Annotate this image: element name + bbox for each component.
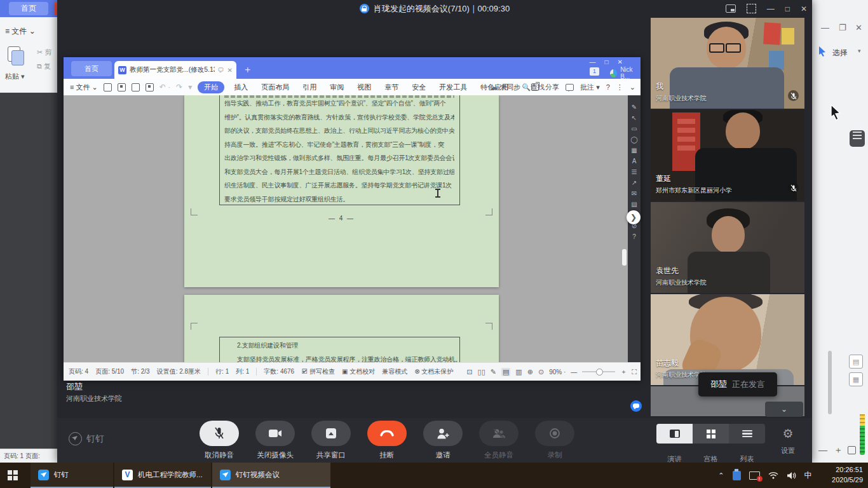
share-window-button[interactable]: 共享窗口 [303, 421, 359, 460]
volume-icon[interactable] [787, 471, 796, 480]
web-view-icon[interactable]: ⊕ [527, 368, 533, 376]
view-list-button[interactable] [729, 424, 765, 444]
close-icon[interactable]: ✕ [801, 4, 807, 13]
comment-button[interactable]: 批注 ▾ [580, 83, 600, 92]
hangup-button[interactable]: 挂断 [359, 421, 415, 460]
chat-button[interactable] [630, 400, 642, 412]
fit-page-icon[interactable] [848, 446, 856, 454]
zoom-in-icon[interactable]: ＋ [834, 445, 843, 456]
maximize-icon[interactable]: □ [785, 4, 790, 13]
collapse-panel-button[interactable]: ❯ [627, 210, 641, 224]
tab-comment-icon[interactable]: 🗩 [218, 67, 224, 74]
more-icon[interactable]: ⋮ [616, 83, 623, 92]
fit-page-icon[interactable]: ⛶ [632, 368, 637, 376]
undo-icon[interactable]: ↶ · [159, 83, 170, 92]
taskbar-app-chat-window[interactable]: V 机电工程学院教师... [114, 463, 211, 488]
sync-status-button[interactable]: ☁ 未同步 · [490, 83, 525, 92]
zoom-slider-knob[interactable] [596, 369, 603, 376]
message-count-badge[interactable]: 1 [590, 67, 599, 76]
eye-protect-icon[interactable]: ⊙ [538, 368, 544, 376]
file-menu[interactable]: ≡ 文件 ⌄ [70, 83, 98, 92]
ribbon-tab-references[interactable]: 引用 [299, 81, 320, 93]
list-tool-icon[interactable]: ☰ [632, 169, 637, 175]
minimize-icon[interactable]: — [590, 58, 596, 65]
cut-button[interactable]: ✂ 剪 [37, 48, 51, 57]
collapse-ribbon-icon[interactable]: ⌄ [630, 83, 635, 92]
page-view-icon[interactable]: ▤ [501, 368, 510, 376]
pages-tool-icon[interactable]: ▤ [631, 201, 637, 208]
ribbon-tab-page-layout[interactable]: 页面布局 [257, 81, 293, 93]
taskbar-app-dingtalk[interactable]: 钉钉 [31, 463, 113, 488]
ribbon-tab-view[interactable]: 视图 [353, 81, 375, 93]
minimize-icon[interactable]: — [767, 4, 775, 13]
arrow-tool-icon[interactable]: ↗ [632, 180, 637, 186]
settings-button[interactable]: ⚙ 设置 [775, 424, 801, 456]
ink-view-icon[interactable]: ✎ [491, 368, 496, 376]
pen-tool-icon[interactable]: ✎ [632, 104, 637, 111]
maximize-icon[interactable]: □ [605, 58, 609, 65]
invite-button[interactable]: 邀请 [415, 421, 471, 460]
unmute-button[interactable]: 取消静音 [191, 421, 247, 460]
ribbon-tab-section[interactable]: 章节 [381, 81, 402, 93]
redo-icon[interactable]: ↷ [176, 83, 182, 92]
two-page-view-icon[interactable]: ▯▯ [478, 368, 485, 376]
zoom-out-icon[interactable]: — [818, 445, 827, 455]
panel-icon-document[interactable]: ▤ [849, 355, 863, 369]
participant-tile[interactable]: 袁世先 河南职业技术学院 [651, 202, 804, 293]
minimize-icon[interactable]: — [821, 23, 829, 32]
scroll-participants-button[interactable]: ⌄ [765, 402, 803, 417]
text-tool-icon[interactable]: A [632, 158, 637, 165]
tray-expand-icon[interactable]: ⌃ [718, 471, 724, 480]
ribbon-tab-home[interactable]: 开始 [198, 81, 224, 93]
outline-view-icon[interactable]: ▥ [515, 368, 522, 376]
grid-tool-icon[interactable]: ▦ [631, 147, 637, 154]
ribbon-tab-security[interactable]: 安全 [408, 81, 430, 93]
spellcheck-button[interactable]: 🗹 拼写检查 [301, 367, 335, 376]
display-alert-icon[interactable]: ! [749, 471, 760, 480]
ribbon-tab-devtools[interactable]: 开发工具 [435, 81, 471, 93]
view-speaker-button[interactable] [656, 424, 693, 444]
ime-indicator[interactable]: 中 [804, 470, 813, 481]
camera-off-button[interactable]: 关闭摄像头 [247, 421, 303, 460]
wifi-icon[interactable] [768, 471, 778, 479]
paste-button[interactable]: 粘贴 ▾ [5, 72, 25, 81]
record-button[interactable]: 录制 [527, 421, 583, 460]
export-icon[interactable] [118, 83, 126, 92]
save-icon[interactable] [104, 83, 112, 92]
file-menu[interactable]: ≡ 文件 ⌄ [5, 26, 36, 37]
participant-tile[interactable]: 董延 郑州市郑东新区昆丽河小学 [651, 110, 804, 201]
taskbar-app-video-meeting[interactable]: 钉钉视频会议 [212, 463, 330, 488]
print-icon[interactable] [132, 83, 140, 92]
zoom-value[interactable]: 90% · [549, 369, 566, 376]
ribbon-tab-review[interactable]: 审阅 [326, 81, 348, 93]
tab-close-icon[interactable]: ✕ [227, 67, 233, 74]
wps-home-tab[interactable]: 首页 [71, 61, 112, 76]
close-icon[interactable]: ✕ [855, 23, 862, 32]
paste-icon[interactable] [8, 46, 24, 65]
picture-in-picture-icon[interactable] [726, 4, 736, 13]
ribbon-tab-insert[interactable]: 插入 [230, 81, 252, 93]
help-tool-icon[interactable]: ? [632, 234, 636, 240]
help-icon[interactable]: ? [606, 83, 610, 91]
panel-icon-grid[interactable]: ▦ [849, 372, 863, 386]
rect-tool-icon[interactable]: ▭ [631, 126, 637, 132]
proofread-button[interactable]: ▣ 文档校对 [342, 367, 375, 376]
print-preview-icon[interactable] [146, 83, 154, 92]
new-tab-button[interactable]: ＋ [243, 64, 252, 76]
mute-all-button[interactable]: 全员静音 [471, 421, 527, 460]
share-button[interactable]: 分享 [545, 83, 559, 92]
protection-status[interactable]: ⊗ 文档未保护 [414, 367, 453, 376]
wps-account[interactable]: Nick B... [610, 66, 641, 80]
participant-tile-self[interactable]: 我 河南职业技术学院 [651, 18, 804, 109]
view-grid-button[interactable] [693, 424, 729, 444]
ellipse-tool-icon[interactable]: ◯ [630, 137, 637, 143]
mail-tool-icon[interactable]: ✉ [632, 191, 637, 197]
zoom-in-icon[interactable]: ＋ [620, 367, 627, 376]
select-tool-button[interactable]: 选择▾ [818, 44, 864, 61]
wps-document-tab[interactable]: W 教师第一党支部党...(修改5.13) 🗩 ✕ [114, 61, 236, 79]
fullscreen-view-icon[interactable]: ⊡ [466, 368, 472, 376]
zoom-slider[interactable] [582, 371, 615, 372]
zoom-out-icon[interactable]: — [571, 369, 577, 376]
usb-device-icon[interactable] [733, 471, 741, 480]
toolbar-more-icon[interactable]: ▾ [188, 83, 192, 92]
